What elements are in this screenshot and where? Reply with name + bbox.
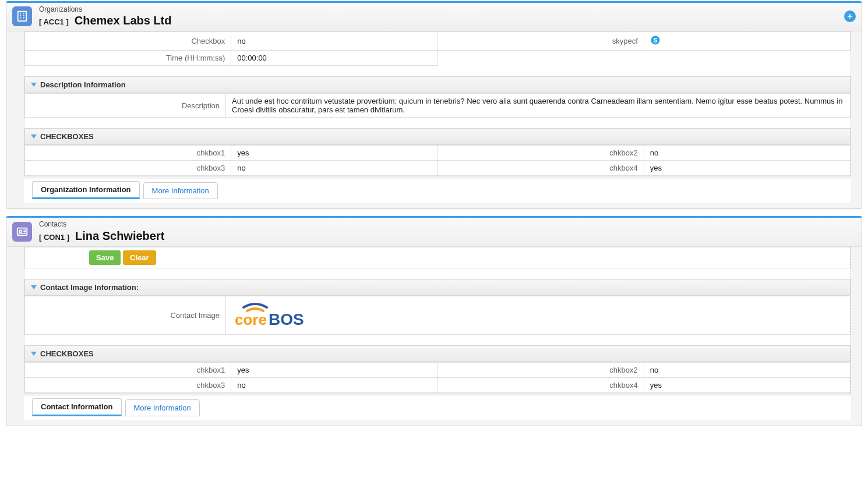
field-label-chkbox1: chkbox1 (25, 146, 231, 161)
chevron-down-icon (31, 134, 37, 139)
organization-module-icon (12, 6, 32, 26)
save-button[interactable]: Save (89, 250, 121, 265)
field-label-chkbox4: chkbox4 (437, 377, 644, 392)
contact-btn-table: Save Clear (24, 247, 851, 268)
field-value-time[interactable]: 00:00:00 (231, 51, 437, 66)
section-checkboxes-org[interactable]: CHECKBOXES (24, 128, 851, 145)
tab-more-information[interactable]: More Information (125, 399, 200, 416)
field-value-chkbox3[interactable]: no (231, 161, 437, 176)
section-title: Contact Image Information: (40, 283, 139, 292)
section-title: CHECKBOXES (40, 349, 94, 358)
section-checkboxes-contact[interactable]: CHECKBOXES (24, 345, 851, 362)
org-top-fields: Checkbox no skypecf S Time (HH:mm:ss) 00… (24, 31, 851, 66)
module-label: Organizations (39, 5, 172, 13)
field-value-checkbox[interactable]: no (231, 32, 437, 51)
tab-contact-information[interactable]: Contact Information (32, 398, 122, 416)
section-title: Description Information (40, 80, 126, 89)
field-label-time: Time (HH:mm:ss) (25, 51, 231, 66)
svg-point-10 (19, 230, 22, 232)
svg-text:core: core (235, 311, 267, 328)
skype-icon: S (650, 35, 661, 45)
record-name: Chemex Labs Ltd (75, 13, 172, 27)
contact-card: Contacts [ CON1 ] Lina Schwiebert Save C… (6, 216, 862, 426)
field-label-chkbox3: chkbox3 (25, 377, 231, 392)
svg-rect-0 (18, 12, 27, 22)
module-label: Contacts (39, 220, 164, 228)
record-code: [ ACC1 ] (39, 17, 69, 27)
field-value-chkbox1[interactable]: yes (231, 362, 437, 377)
tab-organization-information[interactable]: Organization Information (32, 181, 140, 199)
organization-body: Checkbox no skypecf S Time (HH:mm:ss) 00… (24, 31, 851, 176)
field-value-skypecf[interactable]: S (644, 32, 850, 51)
organization-card: Organizations [ ACC1 ] Chemex Labs Ltd ＋… (6, 1, 862, 209)
contact-checkboxes-table: chkbox1 yes chkbox2 no chkbox3 no chkbox… (24, 362, 851, 393)
field-value-contact-image[interactable]: core BOS (226, 296, 851, 334)
contact-body: Save Clear Contact Image Information: Co… (24, 247, 851, 394)
field-label-chkbox4: chkbox4 (437, 161, 644, 176)
field-value-chkbox2[interactable]: no (644, 362, 850, 377)
org-checkboxes-table: chkbox1 yes chkbox2 no chkbox3 no chkbox… (24, 145, 851, 176)
record-code: [ CON1 ] (39, 233, 69, 242)
field-value-chkbox4[interactable]: yes (644, 377, 850, 392)
field-label-chkbox1: chkbox1 (25, 362, 231, 377)
field-label-checkbox: Checkbox (25, 32, 231, 51)
field-label-skypecf: skypecf (437, 32, 644, 51)
tab-more-information[interactable]: More Information (143, 182, 218, 199)
contact-tabs: Contact Information More Information (24, 396, 851, 420)
field-value-description[interactable]: Aut unde est hoc contritum vetustate pro… (226, 94, 851, 118)
chevron-down-icon (31, 285, 37, 289)
org-description-table: Description Aut unde est hoc contritum v… (24, 93, 851, 118)
contact-image-table: Contact Image core BOS (24, 296, 851, 335)
chevron-down-icon (31, 83, 37, 87)
chevron-down-icon (31, 352, 37, 356)
add-button[interactable]: ＋ (844, 10, 856, 22)
field-value-chkbox1[interactable]: yes (231, 146, 437, 161)
section-description-info[interactable]: Description Information (24, 76, 851, 93)
field-value-chkbox2[interactable]: no (644, 146, 850, 161)
svg-text:BOS: BOS (269, 310, 304, 328)
contact-module-icon (12, 222, 32, 242)
section-title: CHECKBOXES (40, 132, 94, 141)
organization-header: Organizations [ ACC1 ] Chemex Labs Ltd ＋ (6, 3, 862, 31)
field-label-description: Description (25, 94, 226, 118)
corebos-logo-icon: core BOS (232, 299, 313, 331)
field-value-chkbox4[interactable]: yes (644, 161, 850, 176)
clear-button[interactable]: Clear (123, 250, 156, 265)
field-label-chkbox3: chkbox3 (25, 161, 231, 176)
field-value-chkbox3[interactable]: no (231, 377, 437, 392)
field-label-chkbox2: chkbox2 (437, 362, 644, 377)
field-label-contact-image: Contact Image (25, 296, 226, 334)
field-label-chkbox2: chkbox2 (437, 146, 644, 161)
record-name: Lina Schwiebert (75, 229, 164, 243)
svg-text:S: S (653, 37, 657, 44)
contact-header: Contacts [ CON1 ] Lina Schwiebert (6, 218, 862, 246)
org-tabs: Organization Information More Informatio… (24, 179, 851, 203)
section-contact-image-info[interactable]: Contact Image Information: (24, 279, 851, 296)
